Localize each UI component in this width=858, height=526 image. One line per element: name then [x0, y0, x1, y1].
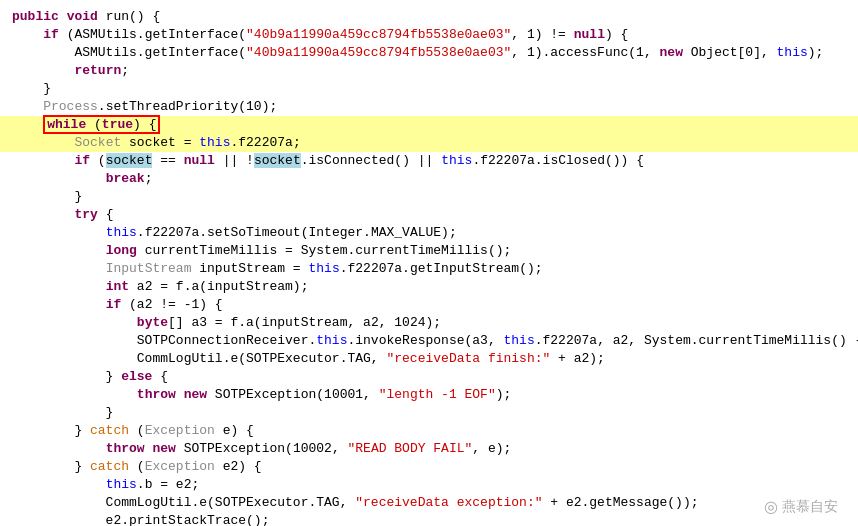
code-line: try { — [0, 206, 858, 224]
code-line: } catch (Exception e) { — [0, 422, 858, 440]
code-line: Socket socket = this.f22207a; — [0, 134, 858, 152]
code-line: if (ASMUtils.getInterface("40b9a11990a45… — [0, 26, 858, 44]
code-line: CommLogUtil.e(SOTPExecutor.TAG, "receive… — [0, 350, 858, 368]
code-line-while: while (true) { — [0, 116, 858, 134]
code-line: byte[] a3 = f.a(inputStream, a2, 1024); — [0, 314, 858, 332]
code-line: if (a2 != -1) { — [0, 296, 858, 314]
code-line: SOTPConnectionReceiver.this.invokeRespon… — [0, 332, 858, 350]
code-viewer: public void run() { if (ASMUtils.getInte… — [0, 0, 858, 526]
code-line: } — [0, 404, 858, 422]
code-line: long currentTimeMillis = System.currentT… — [0, 242, 858, 260]
watermark-icon: ◎ — [764, 497, 778, 516]
code-line: ASMUtils.getInterface("40b9a11990a459cc8… — [0, 44, 858, 62]
code-line: } else { — [0, 368, 858, 386]
watermark: ◎ 燕慕自安 — [764, 497, 838, 516]
code-line: CommLogUtil.e(SOTPExecutor.TAG, "receive… — [0, 494, 858, 512]
code-line: this.f22207a.setSoTimeout(Integer.MAX_VA… — [0, 224, 858, 242]
code-line: } — [0, 188, 858, 206]
code-line: throw new SOTPException(10002, "READ BOD… — [0, 440, 858, 458]
code-line: if (socket == null || !socket.isConnecte… — [0, 152, 858, 170]
code-line: InputStream inputStream = this.f22207a.g… — [0, 260, 858, 278]
code-line: return; — [0, 62, 858, 80]
code-line: } catch (Exception e2) { — [0, 458, 858, 476]
code-line: public void run() { — [0, 8, 858, 26]
watermark-text: 燕慕自安 — [782, 498, 838, 516]
code-line: } — [0, 80, 858, 98]
code-line: break; — [0, 170, 858, 188]
code-line: Process.setThreadPriority(10); — [0, 98, 858, 116]
code-line: throw new SOTPException(10001, "length -… — [0, 386, 858, 404]
code-line: this.b = e2; — [0, 476, 858, 494]
code-line: e2.printStackTrace(); — [0, 512, 858, 526]
code-line: int a2 = f.a(inputStream); — [0, 278, 858, 296]
